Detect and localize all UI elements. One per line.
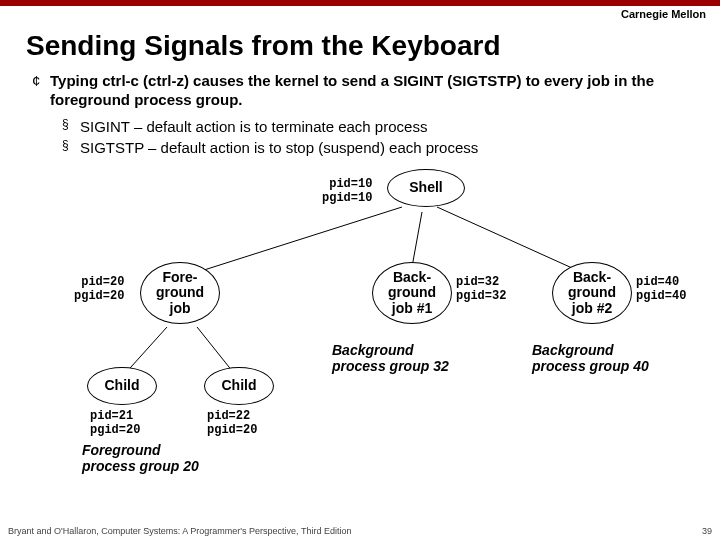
grpfg-l2: process group 20	[82, 458, 199, 474]
c2-pid: pid=22	[207, 409, 250, 423]
bg1-l1: Back-	[393, 270, 431, 285]
grpfg-l1: Foreground	[82, 442, 161, 458]
sub-bullet-2: § SIGTSTP – default action is to stop (s…	[62, 137, 690, 159]
bullet-main-text: Typing ctrl-c (ctrl-z) causes the kernel…	[50, 72, 690, 110]
shell-pid-label: pid=10 pgid=10	[322, 177, 372, 206]
process-tree-diagram: pid=10 pgid=10 Shell pid=20 pgid=20 Fore…	[32, 167, 690, 467]
accent-bar	[0, 0, 720, 6]
fg-l1: Fore-	[163, 270, 198, 285]
sub-bullet-1: § SIGINT – default action is to terminat…	[62, 116, 690, 138]
group-fg-label: Foreground process group 20	[82, 442, 199, 474]
slide-body: ¢ Typing ctrl-c (ctrl-z) causes the kern…	[32, 72, 690, 467]
bg1-l2: ground	[388, 285, 436, 300]
child1-node: Child	[87, 367, 157, 405]
grp40-l2: process group 40	[532, 358, 649, 374]
footer-left: Bryant and O'Hallaron, Computer Systems:…	[8, 526, 351, 536]
page-number: 39	[702, 526, 712, 536]
fg-pid: pid=20	[81, 275, 124, 289]
slide-footer: Bryant and O'Hallaron, Computer Systems:…	[8, 526, 712, 536]
sub-marker: §	[62, 137, 80, 159]
slide-title: Sending Signals from the Keyboard	[26, 30, 720, 62]
bg2-l1: Back-	[573, 270, 611, 285]
fg-l3: job	[170, 301, 191, 316]
c2-pgid: pgid=20	[207, 423, 257, 437]
shell-pid: pid=10	[329, 177, 372, 191]
sub-bullet-1-text: SIGINT – default action is to terminate …	[80, 116, 427, 138]
group-40-label: Background process group 40	[532, 342, 649, 374]
child2-pid-label: pid=22 pgid=20	[207, 409, 257, 438]
child1-pid-label: pid=21 pgid=20	[90, 409, 140, 438]
c1-pgid: pgid=20	[90, 423, 140, 437]
bg2-pgid: pgid=40	[636, 289, 686, 303]
bullet-main: ¢ Typing ctrl-c (ctrl-z) causes the kern…	[32, 72, 690, 110]
bg1-job-node: Back- ground job #1	[372, 262, 452, 324]
group-32-label: Background process group 32	[332, 342, 449, 374]
child1-text: Child	[105, 378, 140, 393]
fg-pgid: pgid=20	[74, 289, 124, 303]
brand-label: Carnegie Mellon	[621, 8, 706, 20]
c1-pid: pid=21	[90, 409, 133, 423]
bg1-pgid: pgid=32	[456, 289, 506, 303]
child2-node: Child	[204, 367, 274, 405]
bg2-job-node: Back- ground job #2	[552, 262, 632, 324]
sub-marker: §	[62, 116, 80, 138]
fg-l2: ground	[156, 285, 204, 300]
child2-text: Child	[222, 378, 257, 393]
fg-job-node: Fore- ground job	[140, 262, 220, 324]
bullet-marker: ¢	[32, 72, 50, 110]
bg1-pid: pid=32	[456, 275, 499, 289]
bg2-pid: pid=40	[636, 275, 679, 289]
fg-pid-label: pid=20 pgid=20	[74, 275, 124, 304]
grp32-l1: Background	[332, 342, 414, 358]
svg-line-1	[412, 212, 422, 267]
bg2-l2: ground	[568, 285, 616, 300]
grp32-l2: process group 32	[332, 358, 449, 374]
grp40-l1: Background	[532, 342, 614, 358]
shell-text: Shell	[409, 180, 442, 195]
shell-node: Shell	[387, 169, 465, 207]
bg1-pid-label: pid=32 pgid=32	[456, 275, 506, 304]
sub-bullets: § SIGINT – default action is to terminat…	[62, 116, 690, 160]
bg2-l3: job #2	[572, 301, 612, 316]
sub-bullet-2-text: SIGTSTP – default action is to stop (sus…	[80, 137, 478, 159]
bg1-l3: job #1	[392, 301, 432, 316]
shell-pgid: pgid=10	[322, 191, 372, 205]
bg2-pid-label: pid=40 pgid=40	[636, 275, 686, 304]
svg-line-0	[182, 207, 402, 277]
